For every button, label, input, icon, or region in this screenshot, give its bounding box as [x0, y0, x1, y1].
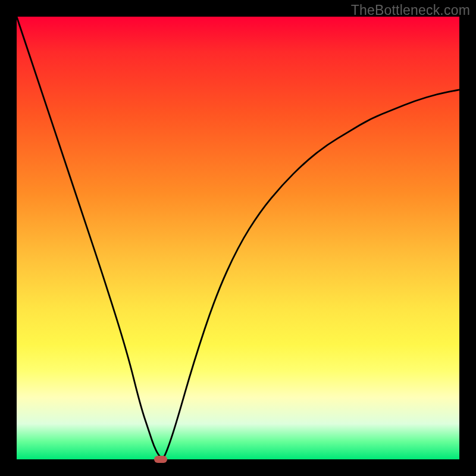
bottleneck-curve — [17, 17, 459, 459]
balance-marker-icon — [154, 456, 167, 463]
watermark-text: TheBottleneck.com — [351, 2, 470, 18]
plot-area — [17, 17, 459, 459]
chart-frame: TheBottleneck.com — [0, 0, 476, 476]
